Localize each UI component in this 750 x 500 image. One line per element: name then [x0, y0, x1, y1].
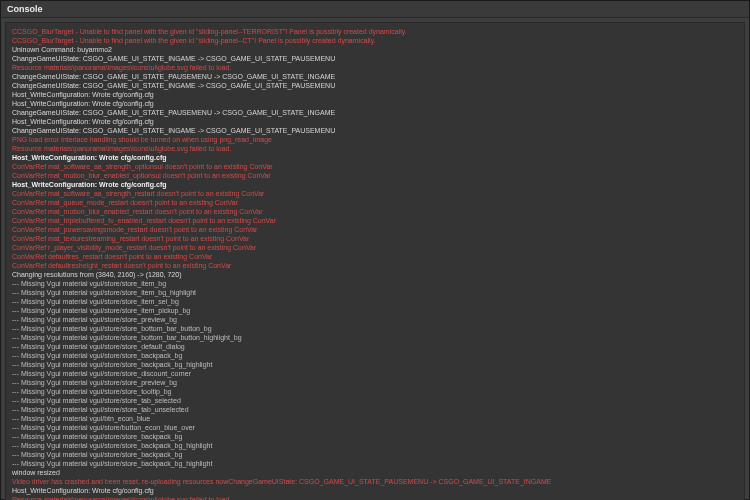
- console-line: ConVarRef mat_motion_blur_enabled_restar…: [12, 207, 738, 216]
- console-line: --- Missing Vgui material vgui/store/sto…: [12, 315, 738, 324]
- console-line: Host_WriteConfiguration: Wrote cfg/confi…: [12, 90, 738, 99]
- console-line: --- Missing Vgui material vgui/store/sto…: [12, 369, 738, 378]
- console-line: --- Missing Vgui material vgui/store/sto…: [12, 288, 738, 297]
- console-line: Resource materials\panorama\images\icons…: [12, 144, 738, 153]
- console-line: CCSGO_BlurTarget - Unable to find panel …: [12, 36, 738, 45]
- console-line: --- Missing Vgui material vgui/store/sto…: [12, 405, 738, 414]
- output-wrap: CCSGO_BlurTarget - Unable to find panel …: [1, 18, 749, 500]
- console-line: --- Missing Vgui material vgui/store/sto…: [12, 378, 738, 387]
- window-title: Console: [1, 1, 749, 18]
- console-line: CCSGO_BlurTarget - Unable to find panel …: [12, 27, 738, 36]
- console-line: --- Missing Vgui material vgui/btn_econ_…: [12, 414, 738, 423]
- console-line: --- Missing Vgui material vgui/store/sto…: [12, 306, 738, 315]
- console-line: --- Missing Vgui material vgui/store/sto…: [12, 459, 738, 468]
- console-line: --- Missing Vgui material vgui/store/sto…: [12, 351, 738, 360]
- console-line: ConVarRef defaultresheight_restart doesn…: [12, 261, 738, 270]
- console-line: PNG load error Interlace handling should…: [12, 135, 738, 144]
- console-line: ChangeGameUIState: CSGO_GAME_UI_STATE_IN…: [12, 54, 738, 63]
- console-window: Console CCSGO_BlurTarget - Unable to fin…: [0, 0, 750, 500]
- console-line: --- Missing Vgui material vgui/store/sto…: [12, 279, 738, 288]
- console-line: ConVarRef defaultres_restart doesn't poi…: [12, 252, 738, 261]
- console-line: ConVarRef mat_software_aa_strength_resta…: [12, 189, 738, 198]
- console-line: --- Missing Vgui material vgui/store/sto…: [12, 441, 738, 450]
- console-line: Changing resolutions from (3840, 2160) -…: [12, 270, 738, 279]
- console-line: ConVarRef r_player_visibility_mode_resta…: [12, 243, 738, 252]
- console-line: Host_WriteConfiguration: Wrote cfg/confi…: [12, 153, 738, 162]
- console-line: --- Missing Vgui material vgui/store/sto…: [12, 333, 738, 342]
- console-line: --- Missing Vgui material vgui/store/sto…: [12, 297, 738, 306]
- console-line: --- Missing Vgui material vgui/store/sto…: [12, 342, 738, 351]
- console-line: --- Missing Vgui material vgui/store/sto…: [12, 387, 738, 396]
- console-line: ConVarRef mat_queue_mode_restart doesn't…: [12, 198, 738, 207]
- console-line: Host_WriteConfiguration: Wrote cfg/confi…: [12, 99, 738, 108]
- console-line: --- Missing Vgui material vgui/store/but…: [12, 423, 738, 432]
- console-line: ChangeGameUIState: CSGO_GAME_UI_STATE_PA…: [12, 108, 738, 117]
- console-line: Resource materials\panorama\images\icons…: [12, 495, 738, 500]
- console-line: --- Missing Vgui material vgui/store/sto…: [12, 324, 738, 333]
- console-line: ChangeGameUIState: CSGO_GAME_UI_STATE_IN…: [12, 81, 738, 90]
- console-line: ConVarRef mat_motion_blur_enabled_option…: [12, 171, 738, 180]
- console-line: Host_WriteConfiguration: Wrote cfg/confi…: [12, 486, 738, 495]
- console-line: Resource materials\panorama\images\icons…: [12, 63, 738, 72]
- console-line: Host_WriteConfiguration: Wrote cfg/confi…: [12, 180, 738, 189]
- console-line: Uninown Command: buyammo2: [12, 45, 738, 54]
- console-line: Video driver has crashed and been reset,…: [12, 477, 738, 486]
- console-line: window resized: [12, 468, 738, 477]
- console-output[interactable]: CCSGO_BlurTarget - Unable to find panel …: [5, 22, 745, 500]
- console-line: ConVarRef mat_triplebuffered_tv_enabled_…: [12, 216, 738, 225]
- console-line: --- Missing Vgui material vgui/store/sto…: [12, 450, 738, 459]
- console-line: --- Missing Vgui material vgui/store/sto…: [12, 360, 738, 369]
- console-line: ConVarRef mat_software_aa_strength_optio…: [12, 162, 738, 171]
- console-line: ChangeGameUIState: CSGO_GAME_UI_STATE_IN…: [12, 126, 738, 135]
- console-line: ConVarRef mat_texturestreaming_restart d…: [12, 234, 738, 243]
- console-line: Host_WriteConfiguration: Wrote cfg/confi…: [12, 117, 738, 126]
- console-line: ChangeGameUIState: CSGO_GAME_UI_STATE_PA…: [12, 72, 738, 81]
- console-line: ConVarRef mat_powersavingsmode_restart d…: [12, 225, 738, 234]
- console-line: --- Missing Vgui material vgui/store/sto…: [12, 396, 738, 405]
- console-line: --- Missing Vgui material vgui/store/sto…: [12, 432, 738, 441]
